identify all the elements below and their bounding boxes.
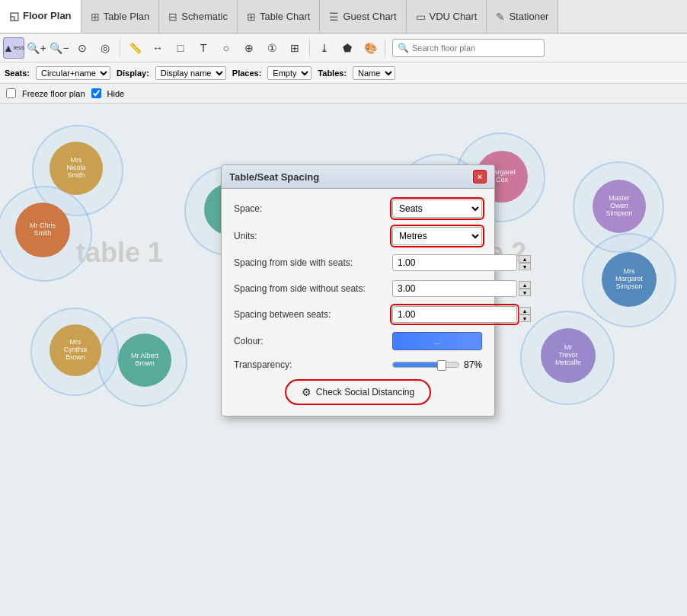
tab-vdu-chart[interactable]: ▭ VDU Chart	[407, 0, 487, 33]
table-round-button[interactable]: ⊕	[238, 37, 260, 59]
number-button[interactable]: ①	[261, 37, 283, 59]
shape-button[interactable]: ⬟	[337, 37, 358, 59]
zoom-out-button[interactable]: 🔍−	[49, 37, 70, 59]
spacing-between-group: ▲ ▼	[392, 306, 531, 323]
units-select[interactable]: Metres	[392, 227, 482, 245]
dialog-overlay: Table/Seat Spacing × Space: Seats Units:	[0, 104, 687, 616]
table-chart-icon: ⊞	[247, 11, 256, 23]
seats-label: Seats:	[5, 69, 30, 78]
freeze-checkbox[interactable]	[6, 88, 16, 98]
zoom-actual-button[interactable]: ◎	[94, 37, 116, 59]
tab-stationer[interactable]: ✎ Stationer	[487, 0, 558, 33]
dialog-close-button[interactable]: ×	[473, 170, 487, 184]
less-button[interactable]: ▲less	[3, 37, 24, 59]
spacing-side-no-seats-spinner[interactable]: ▲ ▼	[519, 281, 531, 296]
transparency-field-group: 87%	[392, 359, 482, 370]
units-label: Units:	[234, 231, 386, 241]
spin-down-3[interactable]: ▼	[519, 314, 531, 322]
tables-label: Tables:	[318, 69, 347, 78]
spacing-side-seats-row: Spacing from side with seats: ▲ ▼	[234, 254, 482, 271]
search-icon: 🔍	[398, 43, 409, 53]
spacing-dialog: Table/Seat Spacing × Space: Seats Units:	[221, 164, 495, 417]
spin-up[interactable]: ▲	[519, 255, 531, 263]
space-select[interactable]: Seats	[392, 199, 482, 218]
spin-up-2[interactable]: ▲	[519, 281, 531, 289]
options-bar: Seats: Circular+name Display: Display na…	[0, 62, 687, 84]
check-social-distancing-button[interactable]: ⚙ Check Social Distancing	[285, 379, 431, 405]
spacing-side-no-seats-label: Spacing from side without seats:	[234, 283, 386, 294]
import-button[interactable]: ⤓	[314, 37, 335, 59]
colour-row: Colour: ...	[234, 332, 482, 350]
tab-bar: ◱ Floor Plan ⊞ Table Plan ⊟ Schematic ⊞ …	[0, 0, 687, 34]
freeze-bar: Freeze floor plan Hide	[0, 84, 687, 104]
places-label: Places:	[232, 69, 262, 78]
space-label: Space:	[234, 203, 386, 214]
tab-schematic[interactable]: ⊟ Schematic	[159, 0, 238, 33]
spacing-side-seats-label: Spacing from side with seats:	[234, 257, 386, 268]
text-button[interactable]: T	[193, 37, 214, 59]
spacing-between-spinner[interactable]: ▲ ▼	[519, 307, 531, 322]
spin-down-2[interactable]: ▼	[519, 289, 531, 296]
zoom-in-button[interactable]: 🔍+	[26, 37, 47, 59]
spacing-between-row: Spacing between seats: ▲ ▼	[234, 306, 482, 323]
schematic-icon: ⊟	[168, 11, 177, 23]
colour-field-group: ...	[392, 332, 482, 350]
separator-2	[309, 39, 310, 57]
dialog-title: Table/Seat Spacing	[229, 171, 319, 183]
transparency-value: 87%	[464, 359, 482, 370]
transparency-thumb[interactable]	[437, 360, 446, 371]
separator-3	[385, 39, 385, 57]
spin-down[interactable]: ▼	[519, 263, 531, 270]
spacing-between-input[interactable]	[392, 306, 517, 323]
search-box[interactable]: 🔍	[392, 39, 545, 57]
zoom-reset-button[interactable]: ⊙	[72, 37, 93, 59]
circle-button[interactable]: ○	[216, 37, 237, 59]
ruler-button[interactable]: 📏	[124, 37, 145, 59]
tables-select[interactable]: Name	[353, 66, 395, 80]
floor-plan-area: table 1 Table 2 MrsNicolaSmith Mr ChrisS…	[0, 104, 687, 616]
hide-checkbox[interactable]	[91, 88, 101, 98]
guest-chart-icon: ☰	[329, 11, 339, 23]
dialog-body: Space: Seats Units: Metres	[222, 189, 494, 416]
color-button[interactable]: 🎨	[359, 37, 381, 59]
units-row: Units: Metres	[234, 227, 482, 245]
tab-floor-plan[interactable]: ◱ Floor Plan	[0, 0, 81, 33]
gear-icon: ⚙	[302, 386, 312, 398]
colour-label: Colour:	[234, 336, 386, 346]
table-plan-icon: ⊞	[91, 11, 100, 23]
separator-1	[120, 39, 120, 57]
display-label: Display:	[117, 69, 149, 78]
vdu-chart-icon: ▭	[416, 11, 426, 23]
spacing-side-seats-input[interactable]	[392, 254, 517, 271]
toolbar: ▲less 🔍+ 🔍− ⊙ ◎ 📏 ↔ □ T ○ ⊕ ① ⊞ ⤓ ⬟ 🎨 🔍	[0, 34, 687, 62]
space-row: Space: Seats	[234, 199, 482, 218]
tab-guest-chart[interactable]: ☰ Guest Chart	[320, 0, 406, 33]
display-select[interactable]: Display name	[155, 66, 226, 80]
colour-button[interactable]: ...	[392, 332, 482, 350]
rectangle-button[interactable]: □	[170, 37, 191, 59]
spacing-side-no-seats-row: Spacing from side without seats: ▲ ▼	[234, 280, 482, 297]
spacing-between-label: Spacing between seats:	[234, 309, 386, 320]
hide-label: Hide	[107, 89, 125, 98]
stationer-icon: ✎	[496, 11, 505, 23]
units-field-group: Metres	[392, 227, 482, 245]
transparency-track[interactable]	[392, 362, 459, 368]
spin-up-3[interactable]: ▲	[519, 307, 531, 314]
places-select[interactable]: Empty	[267, 66, 312, 80]
tab-table-chart[interactable]: ⊞ Table Chart	[238, 0, 320, 33]
check-btn-container: ⚙ Check Social Distancing	[234, 379, 482, 405]
transparency-row: Transparency: 87%	[234, 359, 482, 370]
floor-plan-icon: ◱	[9, 10, 19, 22]
spacing-side-no-seats-group: ▲ ▼	[392, 280, 531, 297]
arrow-button[interactable]: ↔	[147, 37, 168, 59]
transparency-label: Transparency:	[234, 359, 386, 370]
search-input[interactable]	[412, 43, 539, 53]
spacing-side-no-seats-input[interactable]	[392, 280, 517, 297]
seats-select[interactable]: Circular+name	[36, 66, 110, 80]
spacing-side-seats-group: ▲ ▼	[392, 254, 531, 271]
tab-table-plan[interactable]: ⊞ Table Plan	[81, 0, 160, 33]
grid-button[interactable]: ⊞	[284, 37, 305, 59]
freeze-label: Freeze floor plan	[22, 89, 85, 98]
dialog-title-bar: Table/Seat Spacing ×	[222, 165, 494, 189]
spacing-side-seats-spinner[interactable]: ▲ ▼	[519, 255, 531, 270]
